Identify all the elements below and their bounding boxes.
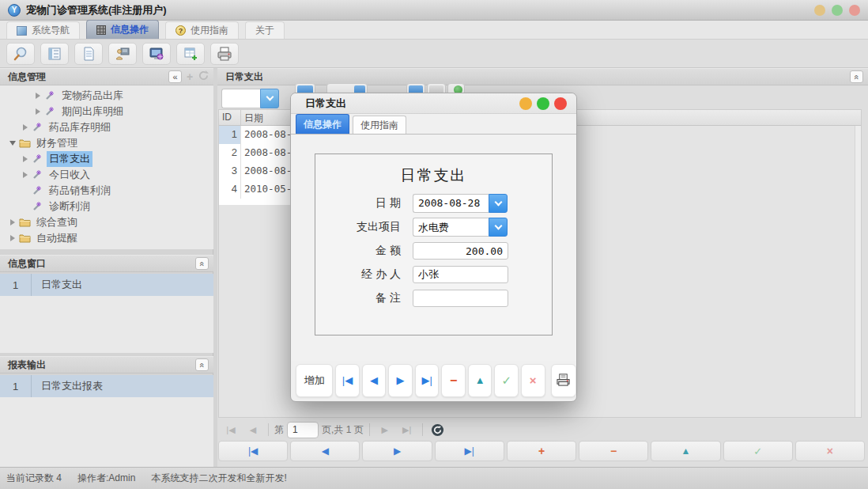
- main-panel-header: 日常支出 «: [217, 68, 868, 85]
- separator: [369, 423, 370, 436]
- next-record-button[interactable]: ▶: [362, 441, 432, 461]
- tab-about[interactable]: 关于: [245, 21, 285, 39]
- first-record-button[interactable]: |◀: [335, 364, 360, 397]
- tab-info-operation[interactable]: 信息操作: [86, 20, 159, 39]
- collapse-panel-button[interactable]: «: [850, 70, 863, 83]
- chevron-down-icon: [8, 138, 17, 148]
- app-logo-icon: Y: [8, 4, 21, 17]
- minimize-button[interactable]: [814, 5, 825, 16]
- collapse-up-button[interactable]: «: [195, 358, 209, 371]
- grid-icon: [96, 25, 106, 35]
- delete-record-button[interactable]: −: [441, 364, 466, 397]
- folder-icon: [19, 138, 31, 149]
- prev-record-icon: ◀: [370, 374, 378, 386]
- first-record-icon: |◀: [248, 445, 258, 457]
- column-header-id[interactable]: ID: [219, 110, 241, 125]
- dialog-minimize-button[interactable]: [519, 97, 532, 110]
- search-button[interactable]: [6, 43, 35, 65]
- date-combobox[interactable]: 2008-08-28: [413, 194, 508, 213]
- prev-record-button[interactable]: ◀: [362, 364, 387, 397]
- close-button[interactable]: [849, 5, 860, 16]
- combobox-value: [221, 89, 260, 108]
- app-window: Y 宠物门诊管理系统(非注册用户) 系统导航 信息操作 ? 使用指南 关于: [0, 0, 868, 489]
- edit-record-button[interactable]: ▲: [468, 364, 492, 397]
- dialog-title: 日常支出: [305, 97, 346, 111]
- sidebar: 信息管理 « + 宠物药品出库 期间出库明细: [0, 68, 213, 467]
- list-item[interactable]: 1 日常支出: [0, 274, 213, 296]
- cancel-button[interactable]: ×: [521, 364, 545, 397]
- amount-field[interactable]: [413, 242, 508, 260]
- last-record-icon: ▶|: [421, 374, 432, 386]
- add-button[interactable]: 增加: [296, 364, 333, 397]
- pagination-bar: |◀ ◀ 第 页,共 1 页 ▶ ▶|: [218, 419, 862, 440]
- dialog-maximize-button[interactable]: [537, 97, 549, 110]
- remark-field[interactable]: [413, 290, 508, 307]
- maximize-button[interactable]: [832, 5, 843, 16]
- vertical-scrollbar[interactable]: [855, 126, 861, 417]
- tree-item-today-income[interactable]: 今日收入: [0, 167, 213, 183]
- filter-combobox[interactable]: [221, 89, 279, 108]
- tree-item-finance[interactable]: 财务管理: [0, 135, 213, 151]
- list-item[interactable]: 1 日常支出报表: [0, 375, 213, 397]
- expense-form: 日常支出 日 期 2008-08-28 支出项目 水电费: [315, 154, 553, 335]
- handler-field[interactable]: [413, 266, 508, 283]
- refresh-button[interactable]: [428, 422, 447, 438]
- next-record-button[interactable]: ▶: [388, 364, 413, 397]
- page-label-suffix: 页,共 1 页: [322, 423, 364, 437]
- print-button[interactable]: [551, 364, 577, 397]
- tree-item-stock-detail[interactable]: 药品库存明细: [0, 119, 213, 135]
- separator: [422, 423, 423, 436]
- tab-label: 使用指南: [360, 119, 398, 132]
- printer-icon: [556, 373, 571, 388]
- collapse-up-button[interactable]: «: [195, 257, 209, 270]
- dialog-tab-user-guide[interactable]: 使用指南: [353, 116, 406, 134]
- next-page-button[interactable]: ▶: [376, 422, 394, 438]
- combobox-dropdown-button[interactable]: [260, 89, 279, 108]
- tree-indent-spacer: [21, 186, 30, 195]
- dialog-close-button[interactable]: [554, 97, 567, 110]
- tree-item-pet-drug-out[interactable]: 宠物药品出库: [0, 88, 213, 104]
- page-number-input[interactable]: [287, 422, 319, 438]
- tree-indent-spacer: [21, 202, 30, 211]
- dialog-tab-info-operation[interactable]: 信息操作: [296, 114, 349, 134]
- tree-item-drug-profit[interactable]: 药品销售利润: [0, 183, 213, 199]
- combobox-dropdown-button[interactable]: [489, 218, 508, 237]
- wand-icon: [44, 90, 56, 101]
- database-add-button[interactable]: [176, 43, 205, 65]
- tree-item-daily-expense[interactable]: 日常支出: [0, 151, 213, 167]
- confirm-button[interactable]: ✓: [723, 441, 793, 461]
- first-page-button[interactable]: |◀: [221, 422, 240, 438]
- wand-icon: [44, 106, 56, 117]
- tree-item-diagnosis-profit[interactable]: 诊断利润: [0, 199, 213, 214]
- first-record-button[interactable]: |◀: [218, 441, 288, 461]
- expense-item-combobox[interactable]: 水电费: [413, 218, 508, 237]
- tab-user-guide[interactable]: ? 使用指南: [165, 21, 239, 39]
- edit-record-button[interactable]: ▲: [651, 441, 720, 461]
- last-record-button[interactable]: ▶|: [435, 441, 504, 461]
- prev-page-button[interactable]: ◀: [243, 422, 262, 438]
- print-button[interactable]: [210, 43, 239, 65]
- tab-system-nav[interactable]: 系统导航: [6, 21, 80, 39]
- folder-icon: [19, 217, 31, 228]
- confirm-button[interactable]: ✓: [494, 364, 519, 397]
- cancel-button[interactable]: ×: [795, 441, 865, 461]
- user-report-button[interactable]: [108, 43, 137, 65]
- add-record-button[interactable]: +: [507, 441, 576, 461]
- collapse-left-button[interactable]: «: [168, 70, 182, 83]
- tree-item-combined-query[interactable]: 综合查询: [0, 214, 213, 230]
- form-view-button[interactable]: [40, 43, 69, 65]
- status-bar: 当前记录数 4 操作者:Admin 本系统支持二次开发和全新开发!: [0, 467, 868, 489]
- date-label: 日 期: [315, 196, 401, 210]
- last-record-button[interactable]: ▶|: [415, 364, 440, 397]
- monitor-button[interactable]: [142, 43, 171, 65]
- tree-item-auto-remind[interactable]: 自动提醒: [0, 230, 213, 246]
- combobox-dropdown-button[interactable]: [489, 194, 508, 213]
- chevron-down-icon: [494, 222, 502, 229]
- delete-record-button[interactable]: −: [579, 441, 648, 461]
- last-page-button[interactable]: ▶|: [398, 422, 417, 438]
- tree-item-period-out-detail[interactable]: 期间出库明细: [0, 104, 213, 119]
- document-button[interactable]: [74, 43, 103, 65]
- refresh-icon: [198, 70, 209, 83]
- prev-record-button[interactable]: ◀: [290, 441, 360, 461]
- chevron-right-icon: [8, 218, 17, 227]
